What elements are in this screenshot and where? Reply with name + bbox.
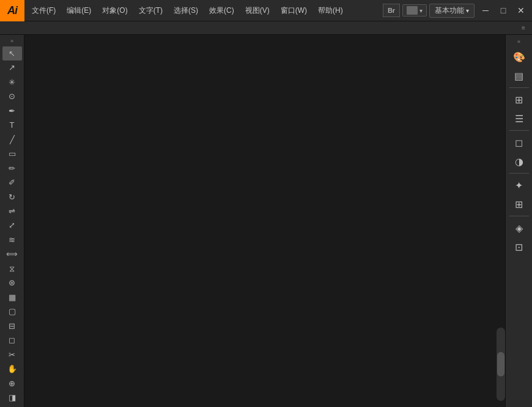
rotate-icon: ↻ bbox=[9, 193, 15, 201]
panel-divider-separator2 bbox=[509, 130, 529, 131]
panel-appearance[interactable]: ✦ bbox=[508, 176, 530, 194]
tool-rotate[interactable]: ↻ bbox=[2, 190, 22, 204]
scrollbar-thumb bbox=[497, 352, 504, 376]
main-area: » ↖↗✳⊙✒T╱▭✏✐↻⇌⤢≋⟺⧖⊛▦▢⊟◻✂✋⊕◨ « 🎨▤⊞☰◻◑✦⊞◈⊡ bbox=[0, 35, 532, 407]
tool-scissors[interactable]: ✂ bbox=[2, 348, 22, 361]
title-bar: Ai 文件(F)编辑(E)对象(O)文字(T)选择(S)效果(C)视图(V)窗口… bbox=[0, 0, 532, 21]
slice-icon: ⊟ bbox=[9, 322, 15, 330]
panel-divider-separator3 bbox=[509, 173, 529, 174]
menu-item-help[interactable]: 帮助(H) bbox=[313, 3, 348, 18]
view-controls[interactable]: ▾ bbox=[402, 4, 427, 16]
eraser-icon: ◻ bbox=[9, 336, 15, 344]
tool-line[interactable]: ╱ bbox=[2, 133, 22, 146]
width-icon: ⟺ bbox=[6, 250, 18, 258]
panel-gradient[interactable]: ◑ bbox=[508, 152, 530, 170]
lasso-icon: ⊙ bbox=[9, 92, 15, 100]
menu-bar: 文件(F)编辑(E)对象(O)文字(T)选择(S)效果(C)视图(V)窗口(W)… bbox=[24, 3, 383, 18]
pencil-icon: ✐ bbox=[9, 178, 15, 186]
tool-reflect[interactable]: ⇌ bbox=[2, 204, 22, 218]
panel-transform[interactable]: ⊞ bbox=[508, 90, 530, 109]
app-logo: Ai bbox=[0, 0, 24, 21]
tool-artboard[interactable]: ▢ bbox=[2, 305, 22, 318]
workspace-label-text: 基本功能 bbox=[435, 6, 464, 16]
toolbar-collapse-button[interactable]: ≡ bbox=[517, 23, 530, 33]
rect-icon: ▭ bbox=[9, 150, 16, 158]
tool-blend[interactable]: ⧖ bbox=[2, 262, 22, 275]
tool-hand[interactable]: ✋ bbox=[2, 362, 22, 375]
zoom-icon: ⊕ bbox=[9, 380, 15, 387]
tool-select[interactable]: ↖ bbox=[2, 46, 22, 60]
tool-scale[interactable]: ⤢ bbox=[2, 219, 22, 232]
right-panel-collapse-button[interactable]: « bbox=[506, 37, 532, 46]
menu-item-file[interactable]: 文件(F) bbox=[27, 3, 61, 18]
panel-stroke[interactable]: ◻ bbox=[508, 133, 530, 152]
symbol-icon: ⊛ bbox=[9, 279, 15, 287]
tool-type[interactable]: T bbox=[2, 118, 22, 131]
tool-pencil[interactable]: ✐ bbox=[2, 175, 22, 189]
artboard-icon: ▢ bbox=[9, 307, 16, 315]
scissors-icon: ✂ bbox=[9, 351, 15, 359]
left-toolbar-collapse-button[interactable]: » bbox=[0, 37, 24, 45]
menu-item-select[interactable]: 选择(S) bbox=[169, 3, 203, 18]
panel-divider-separator4 bbox=[509, 216, 529, 216]
toolbar-row: ≡ bbox=[0, 21, 532, 35]
menu-item-edit[interactable]: 编辑(E) bbox=[62, 3, 96, 18]
panel-layers[interactable]: ◈ bbox=[508, 219, 530, 237]
scale-icon: ⤢ bbox=[9, 221, 15, 229]
tool-bar-chart[interactable]: ▦ bbox=[2, 290, 22, 304]
tool-pen[interactable]: ✒ bbox=[2, 104, 22, 117]
tool-rect[interactable]: ▭ bbox=[2, 147, 22, 160]
warp-icon: ≋ bbox=[9, 236, 15, 244]
pen-icon: ✒ bbox=[9, 107, 15, 115]
fill-stroke-icon: ◨ bbox=[9, 394, 16, 402]
title-bar-right: Br ▾ 基本功能 ─ □ ✕ bbox=[383, 4, 532, 18]
tool-symbol[interactable]: ⊛ bbox=[2, 276, 22, 290]
canvas-scrollbar[interactable] bbox=[497, 328, 505, 401]
line-icon: ╱ bbox=[10, 136, 15, 144]
hand-icon: ✋ bbox=[7, 365, 17, 373]
tool-eraser[interactable]: ◻ bbox=[2, 333, 22, 346]
panel-symbols[interactable]: ⊞ bbox=[508, 195, 530, 213]
minimize-button[interactable]: ─ bbox=[477, 4, 494, 17]
tool-brush[interactable]: ✏ bbox=[2, 161, 22, 175]
panel-swatches[interactable]: ▤ bbox=[508, 67, 530, 85]
menu-item-view[interactable]: 视图(V) bbox=[240, 3, 275, 18]
tool-zoom[interactable]: ⊕ bbox=[2, 376, 22, 390]
direct-select-icon: ↗ bbox=[9, 64, 15, 72]
type-icon: T bbox=[10, 121, 15, 129]
tool-lasso[interactable]: ⊙ bbox=[2, 90, 22, 103]
left-toolbar: » ↖↗✳⊙✒T╱▭✏✐↻⇌⤢≋⟺⧖⊛▦▢⊟◻✂✋⊕◨ bbox=[0, 35, 24, 407]
tool-warp[interactable]: ≋ bbox=[2, 233, 22, 246]
tool-fill-stroke[interactable]: ◨ bbox=[2, 391, 22, 404]
menu-item-text[interactable]: 文字(T) bbox=[134, 3, 168, 18]
tool-width[interactable]: ⟺ bbox=[2, 248, 22, 261]
panel-align[interactable]: ☰ bbox=[508, 109, 530, 128]
select-icon: ↖ bbox=[9, 50, 15, 57]
close-button[interactable]: ✕ bbox=[512, 4, 530, 17]
workspace-selector[interactable]: 基本功能 bbox=[429, 4, 475, 18]
right-panel: « 🎨▤⊞☰◻◑✦⊞◈⊡ bbox=[505, 35, 532, 407]
panel-divider-separator1 bbox=[509, 87, 529, 88]
view-single-icon bbox=[407, 6, 418, 15]
canvas-area[interactable] bbox=[24, 35, 505, 407]
tool-magic-wand[interactable]: ✳ bbox=[2, 75, 22, 89]
panel-artboards2[interactable]: ⊡ bbox=[508, 238, 530, 256]
panel-color[interactable]: 🎨 bbox=[508, 48, 530, 66]
brush-icon: ✏ bbox=[9, 164, 15, 172]
reflect-icon: ⇌ bbox=[9, 207, 15, 215]
bridge-button[interactable]: Br bbox=[383, 4, 400, 17]
maximize-button[interactable]: □ bbox=[495, 4, 512, 17]
menu-item-effect[interactable]: 效果(C) bbox=[204, 3, 239, 18]
magic-wand-icon: ✳ bbox=[9, 78, 15, 86]
window-controls: ─ □ ✕ bbox=[477, 4, 530, 17]
tool-direct-select[interactable]: ↗ bbox=[2, 61, 22, 75]
menu-item-window[interactable]: 窗口(W) bbox=[276, 3, 312, 18]
menu-item-object[interactable]: 对象(O) bbox=[97, 3, 132, 18]
workspace-chevron-icon bbox=[466, 6, 469, 15]
chevron-down-icon: ▾ bbox=[419, 7, 423, 14]
tool-slice[interactable]: ⊟ bbox=[2, 319, 22, 332]
bar-chart-icon: ▦ bbox=[9, 293, 16, 301]
blend-icon: ⧖ bbox=[9, 265, 15, 273]
